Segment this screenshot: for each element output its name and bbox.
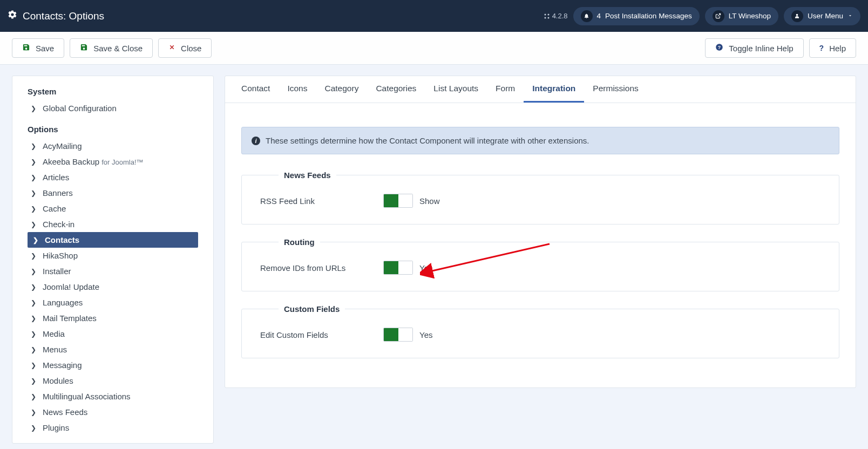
chevron-right-icon: ❯: [31, 105, 37, 112]
chevron-right-icon: ❯: [31, 158, 37, 166]
sidebar-item-plugins[interactable]: ❯Plugins: [12, 420, 213, 436]
close-icon: [168, 44, 175, 52]
question-icon: ?: [819, 44, 824, 52]
messages-count: 4: [597, 12, 601, 20]
sidebar-item-menus[interactable]: ❯Menus: [12, 342, 213, 357]
chevron-right-icon: ❯: [33, 236, 39, 244]
messages-label: Post Installation Messages: [605, 12, 692, 20]
tab-permissions[interactable]: Permissions: [584, 76, 647, 103]
value-rss-feed-link: Show: [419, 196, 440, 206]
chevron-right-icon: ❯: [31, 330, 37, 338]
svg-point-3: [547, 17, 549, 18]
toolbar: Save Save & Close Close ? Toggle Inline …: [0, 32, 868, 65]
info-icon: i: [252, 137, 260, 145]
tab-icons[interactable]: Icons: [279, 76, 316, 103]
sidebar-item-contacts[interactable]: ❯Contacts: [28, 232, 198, 248]
post-install-messages-button[interactable]: 4 Post Installation Messages: [573, 7, 700, 25]
chevron-right-icon: ❯: [31, 252, 37, 260]
svg-text:?: ?: [718, 45, 721, 50]
site-name: LT Wineshop: [729, 12, 771, 20]
sidebar-item-akeeba-backup[interactable]: ❯Akeeba Backup for Joomla!™: [12, 154, 213, 169]
value-remove-ids: Yes: [419, 263, 432, 273]
chevron-right-icon: ❯: [31, 377, 37, 385]
close-button[interactable]: Close: [158, 38, 212, 58]
chevron-right-icon: ❯: [31, 189, 37, 197]
chevron-right-icon: ❯: [31, 409, 37, 416]
gear-icon: [8, 10, 17, 22]
chevron-right-icon: ❯: [31, 283, 37, 291]
bell-icon: [581, 10, 593, 22]
save-close-button[interactable]: Save & Close: [70, 38, 153, 58]
svg-point-0: [544, 13, 546, 15]
label-rss-feed-link: RSS Feed Link: [260, 196, 383, 206]
chevron-down-icon: [847, 12, 853, 20]
sidebar-item-mail-templates[interactable]: ❯Mail Templates: [12, 310, 213, 326]
chevron-right-icon: ❯: [31, 346, 37, 353]
joomla-icon: [544, 13, 550, 19]
save-icon: [80, 43, 88, 53]
sidebar-system-heading: System: [12, 84, 213, 100]
tab-list-layouts[interactable]: List Layouts: [425, 76, 487, 103]
save-icon: [22, 43, 30, 53]
toggle-rss-feed-link[interactable]: [383, 194, 413, 208]
sidebar-item-news-feeds[interactable]: ❯News Feeds: [12, 404, 213, 420]
top-bar: Contacts: Options 4.2.8 4 Post Installat…: [0, 0, 868, 32]
chevron-right-icon: ❯: [31, 268, 37, 275]
info-alert: i These settings determine how the Conta…: [241, 127, 839, 154]
svg-point-2: [544, 17, 546, 18]
tab-form[interactable]: Form: [487, 76, 524, 103]
legend-news-feeds: News Feeds: [279, 171, 336, 180]
main: System ❯ Global Configuration Options ❯A…: [0, 65, 868, 449]
site-link-button[interactable]: LT Wineshop: [705, 7, 778, 25]
sidebar-item-multilingual-associations[interactable]: ❯Multilingual Associations: [12, 389, 213, 404]
legend-custom-fields: Custom Fields: [279, 304, 345, 314]
sidebar-item-messaging[interactable]: ❯Messaging: [12, 357, 213, 373]
sidebar: System ❯ Global Configuration Options ❯A…: [12, 76, 214, 444]
label-edit-custom-fields: Edit Custom Fields: [260, 330, 383, 339]
sidebar-item-joomla-update[interactable]: ❯Joomla! Update: [12, 279, 213, 295]
toggle-remove-ids[interactable]: [383, 261, 413, 275]
sidebar-item-hikashop[interactable]: ❯HikaShop: [12, 248, 213, 263]
user-menu-button[interactable]: User Menu: [784, 7, 860, 25]
chevron-right-icon: ❯: [31, 315, 37, 322]
user-icon: [791, 10, 803, 22]
page-title: Contacts: Options: [23, 10, 104, 22]
sidebar-item-acymailing[interactable]: ❯AcyMailing: [12, 138, 213, 154]
alert-text: These settings determine how the Contact…: [266, 136, 589, 145]
chevron-right-icon: ❯: [31, 174, 37, 181]
chevron-right-icon: ❯: [31, 393, 37, 400]
value-edit-custom-fields: Yes: [419, 330, 432, 339]
toggle-edit-custom-fields[interactable]: [383, 328, 413, 342]
sidebar-item-languages[interactable]: ❯Languages: [12, 295, 213, 310]
sidebar-item-banners[interactable]: ❯Banners: [12, 185, 213, 201]
fieldset-news-feeds: News Feeds RSS Feed Link Show: [241, 171, 839, 224]
external-link-icon: [713, 10, 724, 22]
sidebar-item-media[interactable]: ❯Media: [12, 326, 213, 342]
sidebar-item-articles[interactable]: ❯Articles: [12, 169, 213, 185]
sidebar-item-installer[interactable]: ❯Installer: [12, 263, 213, 279]
tab-category[interactable]: Category: [316, 76, 367, 103]
fieldset-routing: Routing Remove IDs from URLs Yes: [241, 237, 839, 291]
toggle-inline-help-button[interactable]: ? Toggle Inline Help: [705, 38, 803, 58]
sidebar-item-check-in[interactable]: ❯Check-in: [12, 216, 213, 232]
svg-point-4: [796, 14, 798, 16]
sidebar-item-modules[interactable]: ❯Modules: [12, 373, 213, 389]
legend-routing: Routing: [279, 237, 320, 247]
sidebar-item-cache[interactable]: ❯Cache: [12, 201, 213, 216]
save-button[interactable]: Save: [12, 38, 64, 58]
fieldset-custom-fields: Custom Fields Edit Custom Fields Yes: [241, 304, 839, 358]
chevron-right-icon: ❯: [31, 362, 37, 369]
chevron-right-icon: ❯: [31, 424, 37, 432]
version-label: 4.2.8: [544, 12, 568, 20]
content: Contact Icons Category Categories List L…: [225, 76, 856, 388]
sidebar-global-configuration[interactable]: ❯ Global Configuration: [12, 100, 213, 116]
help-button[interactable]: ? Help: [809, 38, 856, 58]
user-menu-label: User Menu: [808, 12, 843, 20]
tab-categories[interactable]: Categories: [367, 76, 425, 103]
chevron-right-icon: ❯: [31, 142, 37, 150]
sidebar-options-heading: Options: [12, 121, 213, 138]
tab-contact[interactable]: Contact: [233, 76, 279, 103]
tab-integration[interactable]: Integration: [524, 76, 584, 103]
panel: i These settings determine how the Conta…: [225, 103, 856, 387]
tabs: Contact Icons Category Categories List L…: [225, 76, 856, 103]
